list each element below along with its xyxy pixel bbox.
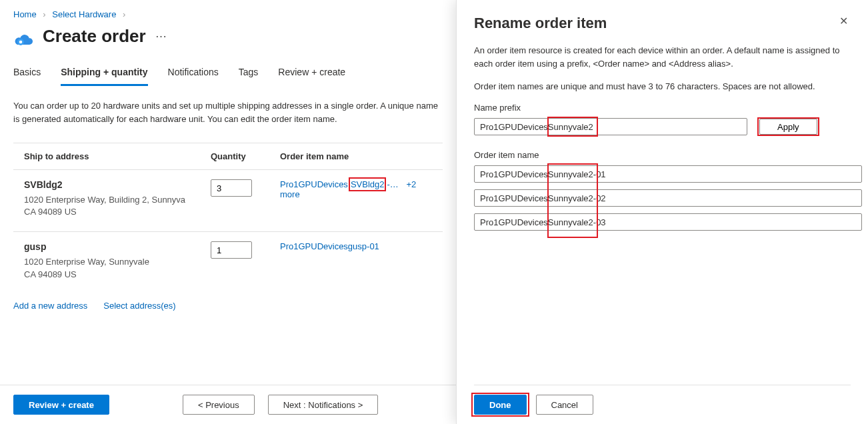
item-name-suffix: -… bbox=[387, 179, 398, 189]
shipping-table-header: Ship to address Quantity Order item name bbox=[13, 143, 443, 169]
wizard-footer: Review + create < Previous Next : Notifi… bbox=[0, 385, 456, 424]
rename-order-item-panel: Rename order item ✕ An order item resour… bbox=[456, 0, 868, 424]
item-name-alias-highlight: SVBldg2 bbox=[351, 179, 385, 189]
order-item-name-link[interactable]: Pro1GPUDevicesSVBldg2-… bbox=[280, 179, 399, 189]
more-actions-button[interactable]: ⋯ bbox=[155, 29, 167, 43]
panel-description-2: Order item names are unique and must hav… bbox=[474, 80, 851, 93]
col-header-address: Ship to address bbox=[24, 151, 211, 161]
add-address-link[interactable]: Add a new address bbox=[13, 301, 87, 311]
select-addresses-link[interactable]: Select address(es) bbox=[103, 301, 175, 311]
order-item-name-label: Order item name bbox=[474, 150, 851, 160]
order-item-name-link[interactable]: Pro1GPUDevicesgusp-01 bbox=[280, 241, 379, 251]
quantity-input[interactable] bbox=[211, 179, 252, 197]
address-line1: 1020 Enterprise Way, Sunnyvale bbox=[24, 256, 211, 268]
col-header-quantity: Quantity bbox=[211, 151, 280, 161]
page-title: Create order bbox=[43, 26, 146, 47]
address-alias: SVBldg2 bbox=[24, 179, 211, 190]
tab-tags[interactable]: Tags bbox=[239, 64, 259, 86]
panel-footer: Done Cancel bbox=[474, 385, 851, 424]
quantity-input[interactable] bbox=[211, 241, 252, 259]
address-line2: CA 94089 US bbox=[24, 269, 211, 281]
panel-title: Rename order item bbox=[474, 15, 607, 32]
apply-button[interactable]: Apply bbox=[759, 119, 817, 135]
chevron-right-icon: › bbox=[123, 9, 125, 19]
panel-description-1: An order item resource is created for ea… bbox=[474, 44, 851, 71]
create-order-page: Home › Select Hardware › Create order ⋯ … bbox=[0, 0, 456, 424]
tab-shipping-quantity[interactable]: Shipping + quantity bbox=[61, 64, 147, 86]
breadcrumb: Home › Select Hardware › bbox=[13, 9, 443, 19]
tab-basics[interactable]: Basics bbox=[13, 64, 41, 86]
breadcrumb-home[interactable]: Home bbox=[13, 9, 37, 19]
chevron-right-icon: › bbox=[43, 9, 45, 19]
table-row: gusp 1020 Enterprise Way, Sunnyvale CA 9… bbox=[13, 231, 443, 293]
address-line2: CA 94089 US bbox=[24, 206, 211, 218]
col-header-item-name: Order item name bbox=[280, 151, 432, 161]
tab-notifications[interactable]: Notifications bbox=[168, 64, 219, 86]
previous-button[interactable]: < Previous bbox=[183, 395, 255, 415]
next-button[interactable]: Next : Notifications > bbox=[268, 395, 379, 415]
cancel-button[interactable]: Cancel bbox=[536, 395, 593, 415]
table-row: SVBldg2 1020 Enterprise Way, Building 2,… bbox=[13, 169, 443, 231]
order-item-name-input[interactable] bbox=[474, 189, 862, 207]
name-prefix-label: Name prefix bbox=[474, 103, 851, 113]
tab-review-create[interactable]: Review + create bbox=[278, 64, 345, 86]
order-item-name-input[interactable] bbox=[474, 165, 862, 183]
address-line1: 1020 Enterprise Way, Building 2, Sunnyva bbox=[24, 194, 211, 206]
breadcrumb-select-hardware[interactable]: Select Hardware bbox=[52, 9, 116, 19]
tab-description: You can order up to 20 hardware units an… bbox=[13, 99, 443, 125]
review-create-button[interactable]: Review + create bbox=[13, 395, 109, 415]
address-alias: gusp bbox=[24, 241, 211, 252]
close-icon[interactable]: ✕ bbox=[837, 15, 851, 28]
name-prefix-input[interactable] bbox=[474, 118, 747, 135]
order-item-name-input[interactable] bbox=[474, 213, 862, 231]
item-name-prefix: Pro1GPUDevices bbox=[280, 179, 348, 189]
cloud-icon bbox=[13, 28, 35, 45]
wizard-tabs: Basics Shipping + quantity Notifications… bbox=[13, 64, 443, 86]
done-button[interactable]: Done bbox=[474, 395, 527, 415]
svg-point-1 bbox=[19, 40, 23, 43]
